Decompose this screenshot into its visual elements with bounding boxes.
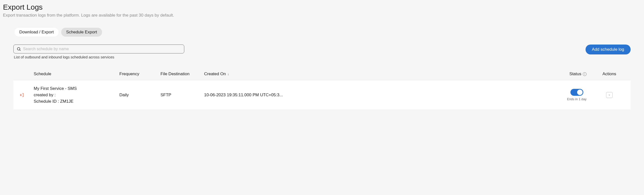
svg-point-0 [17, 47, 20, 50]
outbound-icon [19, 93, 24, 97]
page-subtitle: Export transaction logs from the platfor… [3, 13, 641, 18]
search-input[interactable] [23, 47, 181, 51]
svg-line-1 [20, 50, 20, 50]
chevron-down-icon [608, 94, 610, 96]
search-caption: List of outbound and inbound logs schedu… [14, 55, 184, 59]
file-destination-value: SFTP [160, 93, 171, 97]
sort-descending-icon[interactable]: ↓ [228, 72, 229, 76]
status-caption: Ends in 1 day [567, 97, 586, 101]
info-icon[interactable]: i [583, 72, 586, 76]
col-header-schedule[interactable]: Schedule [34, 71, 51, 76]
schedule-created-by: created by : [34, 92, 120, 98]
tabs: Download / Export Schedule Export [14, 28, 630, 37]
search-icon [16, 47, 21, 51]
created-on-value: 10-06-2023 19:35:11.000 PM UTC+05:3... [204, 93, 283, 97]
search-box[interactable] [14, 44, 184, 53]
schedule-id: Schedule ID : ZM1JE [34, 98, 120, 104]
table-header-row: Schedule Frequency File Destination Crea… [14, 68, 630, 80]
tab-schedule-export[interactable]: Schedule Export [61, 28, 102, 37]
col-header-actions: Actions [602, 71, 616, 76]
schedule-name: My First Service - SMS [34, 86, 120, 92]
schedules-table: Schedule Frequency File Destination Crea… [14, 68, 630, 110]
table-row: My First Service - SMS created by : Sche… [14, 80, 630, 110]
tab-download-export[interactable]: Download / Export [14, 28, 59, 37]
col-header-file-destination[interactable]: File Destination [160, 71, 190, 76]
actions-menu-button[interactable] [606, 92, 612, 98]
status-toggle[interactable] [570, 89, 583, 96]
add-schedule-log-button[interactable]: Add schedule log [586, 44, 630, 54]
page-title: Export Logs [3, 3, 641, 11]
col-header-frequency[interactable]: Frequency [120, 71, 139, 76]
frequency-value: Daily [120, 93, 129, 97]
col-header-created-on[interactable]: Created On [204, 71, 226, 76]
col-header-status[interactable]: Status [570, 71, 581, 76]
